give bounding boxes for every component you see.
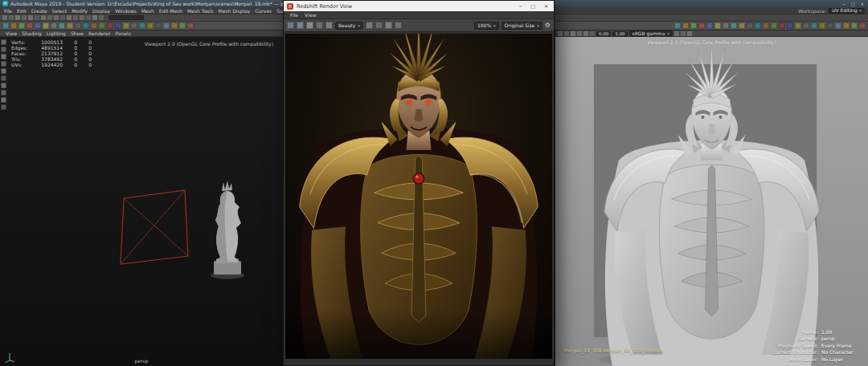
shelf-tool-icon[interactable] — [171, 22, 178, 29]
menu-item[interactable]: Modify — [69, 8, 90, 14]
status-line-icon[interactable] — [35, 15, 39, 20]
render-toolbar-icon[interactable] — [306, 22, 313, 29]
contrast-field[interactable]: 1.00 — [612, 31, 627, 36]
render-toolbar-icon[interactable] — [375, 22, 383, 29]
shelf-tool-icon[interactable] — [771, 22, 777, 29]
viewport-tool-icon[interactable] — [1, 68, 6, 74]
shelf-tool-icon[interactable] — [723, 22, 729, 29]
shelf-tool-icon[interactable] — [163, 22, 170, 29]
status-input-field[interactable] — [108, 15, 144, 20]
right-viewport-canvas[interactable]: Viewport 2.0 (OpenGL Core Profile with c… — [555, 37, 868, 366]
status-line-icon[interactable] — [41, 15, 46, 20]
shelf-tool-icon[interactable] — [83, 22, 89, 29]
shelf-tool-icon[interactable] — [827, 22, 833, 29]
shelf-tool-icon[interactable] — [179, 22, 186, 29]
gamma-selector[interactable]: sRGB gamma ▾ — [629, 31, 673, 36]
shelf-tool-icon[interactable] — [747, 22, 753, 29]
panel-toolbar-icon[interactable] — [681, 31, 686, 36]
panel-toolbar-icon[interactable] — [571, 31, 575, 36]
render-toolbar-icon[interactable] — [326, 22, 333, 29]
shelf-tool-icon[interactable] — [674, 22, 681, 29]
menu-item[interactable]: Select — [50, 8, 70, 14]
render-toolbar-icon[interactable] — [366, 22, 373, 29]
status-line-icon[interactable] — [47, 15, 52, 20]
shelf-tool-icon[interactable] — [819, 22, 825, 29]
shelf-tool-icon[interactable] — [803, 22, 809, 29]
status-line-icon[interactable] — [60, 15, 65, 20]
menu-item[interactable]: Mesh — [139, 8, 157, 14]
maximize-button[interactable]: □ — [530, 3, 535, 9]
shelf-tool-icon[interactable] — [787, 22, 793, 29]
panel-toolbar-icon[interactable] — [583, 31, 588, 36]
maximize-button[interactable]: □ — [851, 2, 855, 6]
menu-item[interactable]: Mesh Display — [216, 8, 253, 14]
shelf-tool-icon[interactable] — [682, 22, 689, 29]
aov-selector[interactable]: Beauty ▾ — [335, 22, 363, 30]
menu-item[interactable]: Mesh Tools — [185, 8, 215, 14]
shelf-tool-icon[interactable] — [690, 22, 697, 29]
shelf-tool-icon[interactable] — [843, 22, 850, 29]
viewport-tool-icon[interactable] — [1, 104, 6, 110]
menu-item[interactable]: Edit Mesh — [157, 8, 185, 14]
status-line-icon[interactable] — [92, 15, 97, 20]
panel-menu-item[interactable]: Panels — [113, 31, 133, 36]
workspace-selector[interactable]: UV Editing ▾ — [829, 8, 865, 14]
status-line-icon[interactable] — [28, 15, 33, 20]
panel-menu-item[interactable]: Lighting — [44, 31, 68, 36]
panel-toolbar-icon[interactable] — [687, 31, 692, 36]
shelf-tool-icon[interactable] — [43, 22, 49, 29]
shelf-tool-icon[interactable] — [763, 22, 769, 29]
shelf-tool-icon[interactable] — [131, 22, 137, 29]
render-toolbar-icon[interactable] — [316, 22, 323, 29]
render-toolbar-icon[interactable] — [395, 22, 402, 29]
viewport-tool-icon[interactable] — [1, 39, 6, 45]
selected-wireframe-plane[interactable] — [119, 187, 193, 269]
shelf-tool-icon[interactable] — [18, 22, 25, 29]
shelf-tool-icon[interactable] — [859, 22, 866, 29]
shelf-tool-icon[interactable] — [755, 22, 761, 29]
shelf-tool-icon[interactable] — [10, 22, 17, 29]
close-button[interactable]: ✕ — [861, 2, 864, 6]
shelf-tool-icon[interactable] — [35, 22, 41, 29]
shelf-tool-icon[interactable] — [67, 22, 73, 29]
status-line-icon[interactable] — [9, 15, 14, 20]
shelf-tool-icon[interactable] — [123, 22, 129, 29]
panel-menu-item[interactable]: Show — [68, 31, 86, 36]
statue-model[interactable] — [206, 180, 250, 280]
shelf-tool-icon[interactable] — [698, 22, 705, 29]
zoom-selector[interactable]: 100% ▾ — [474, 22, 499, 30]
gear-icon[interactable]: ⚙ — [545, 22, 551, 30]
shelf-tool-icon[interactable] — [731, 22, 737, 29]
status-line-icon[interactable] — [99, 15, 104, 20]
shelf-tool-icon[interactable] — [851, 22, 858, 29]
exposure-field[interactable]: 0.00 — [596, 31, 611, 36]
shelf-tool-icon[interactable] — [835, 22, 841, 29]
shelf-tool-icon[interactable] — [27, 22, 33, 29]
panel-toolbar-icon[interactable] — [590, 31, 595, 36]
status-line-icon[interactable] — [86, 15, 91, 20]
minimize-button[interactable]: ─ — [843, 2, 845, 6]
shelf-tool-icon[interactable] — [739, 22, 745, 29]
menu-item[interactable]: File — [2, 8, 14, 14]
shelf-tool-icon[interactable] — [107, 22, 113, 29]
viewport-tool-icon[interactable] — [1, 61, 6, 67]
panel-toolbar-icon[interactable] — [564, 31, 569, 36]
menu-item[interactable]: Windows — [113, 8, 139, 14]
shelf-tool-icon[interactable] — [91, 22, 97, 29]
shelf-tool-icon[interactable] — [51, 22, 57, 29]
render-view-titlebar[interactable]: R Redshift Render View ─ □ ✕ — [284, 1, 554, 11]
panel-menu-item[interactable]: View — [3, 31, 19, 36]
shelf-tool-icon[interactable] — [147, 22, 154, 29]
rendered-image-area[interactable] — [285, 34, 552, 359]
status-line-icon[interactable] — [73, 15, 78, 20]
viewport-tool-icon[interactable] — [1, 47, 6, 52]
shelf-tool-icon[interactable] — [706, 22, 713, 29]
panel-toolbar-icon[interactable] — [577, 31, 582, 36]
shelf-tool-icon[interactable] — [115, 22, 121, 29]
menu-item[interactable]: Display — [90, 8, 113, 14]
menu-item[interactable]: Edit — [14, 8, 29, 14]
menu-item[interactable]: Create — [29, 8, 50, 14]
shelf-tool-icon[interactable] — [811, 22, 817, 29]
status-line-icon[interactable] — [2, 15, 7, 20]
status-line-icon[interactable] — [15, 15, 20, 20]
